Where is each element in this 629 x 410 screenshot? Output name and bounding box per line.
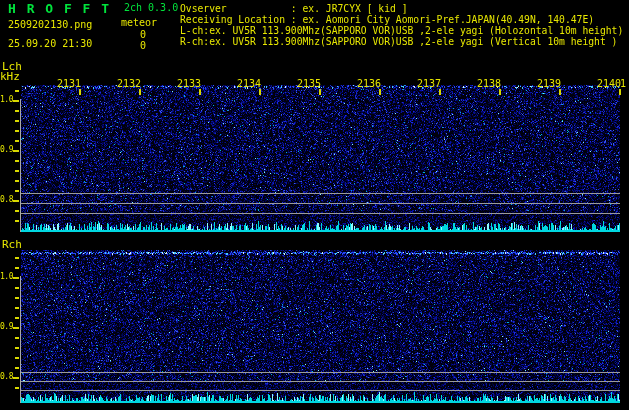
time-label: 2137 xyxy=(413,79,441,89)
observer-line: Ovserver : ex. JR7CYX [ kid ] xyxy=(180,3,407,14)
frequency-label: 0.8 xyxy=(0,372,13,382)
frequency-label: 0.8 xyxy=(0,195,13,205)
time-label: 2136 xyxy=(353,79,381,89)
version-label: 2ch 0.3.0 xyxy=(124,2,178,13)
location-line: Receiving Location : ex. Aomori City Aom… xyxy=(180,14,594,25)
time-label: 2134 xyxy=(233,79,261,89)
time-label: 2133 xyxy=(173,79,201,89)
time-label: 2140 xyxy=(593,79,621,89)
lch-config-line: L-ch:ex. UV5R 113.900Mhz(SAPPORO VOR)USB… xyxy=(180,25,623,36)
datetime-label: 25.09.20 21:30 xyxy=(8,38,92,49)
lch-meteor-count: 0 xyxy=(137,29,149,40)
frequency-label: 0.9 xyxy=(0,145,13,155)
hrofft-window: H R O F F T 2ch 0.3.0 2509202130.png met… xyxy=(0,0,629,410)
rch-panel-label: Rch xyxy=(2,239,22,250)
time-label: 2138 xyxy=(473,79,501,89)
time-label: 2139 xyxy=(533,79,561,89)
rch-config-line: R-ch:ex. UV5R 113.900Mhz(SAPPORO VOR)USB… xyxy=(180,36,617,47)
time-label-partial: 1 xyxy=(620,79,628,89)
mode-label: meteor xyxy=(121,17,157,28)
app-title: H R O F F T xyxy=(8,2,111,15)
time-label: 2135 xyxy=(293,79,321,89)
frequency-label: 1.0 xyxy=(0,272,13,282)
frequency-label: 0.9 xyxy=(0,322,13,332)
time-label: 2131 xyxy=(53,79,81,89)
time-label: 2132 xyxy=(113,79,141,89)
khz-unit-label: kHz xyxy=(0,71,20,82)
frequency-label: 1.0 xyxy=(0,95,13,105)
rch-meteor-count: 0 xyxy=(137,40,149,51)
filename-label: 2509202130.png xyxy=(8,19,92,30)
spectrogram-canvas xyxy=(0,0,629,410)
